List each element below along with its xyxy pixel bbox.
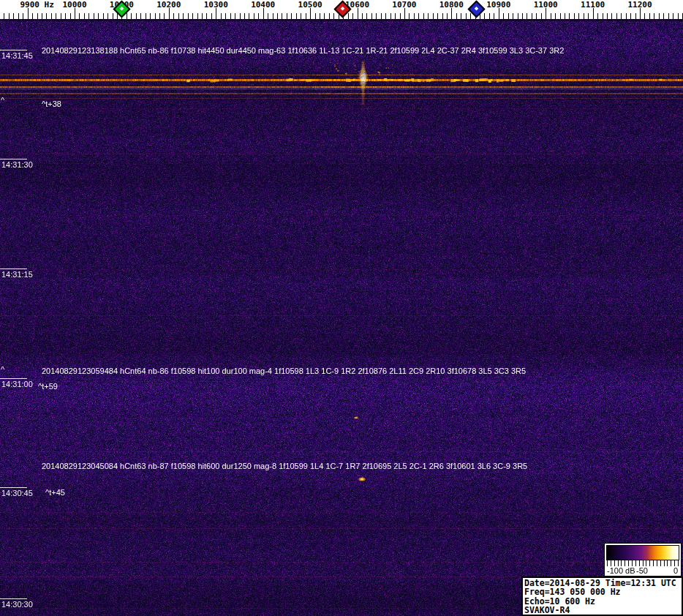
freq-tick	[28, 8, 29, 19]
freq-tick	[574, 13, 575, 19]
freq-tick	[107, 13, 108, 19]
freq-tick	[37, 13, 38, 19]
freq-tick	[320, 13, 320, 19]
freq-tick	[235, 13, 235, 19]
freq-tick	[206, 13, 207, 19]
freq-tick	[536, 13, 537, 19]
freq-tick	[277, 13, 278, 19]
freq-tick	[197, 13, 198, 19]
freq-tick	[268, 13, 268, 19]
freq-tick	[240, 13, 241, 19]
freq-tick	[518, 13, 518, 19]
freq-tick	[287, 13, 287, 19]
freq-tick	[88, 13, 89, 19]
freq-tick	[371, 13, 372, 19]
freq-tick	[103, 13, 104, 19]
freq-tick	[508, 13, 509, 19]
freq-tick	[635, 13, 636, 19]
freq-tick	[230, 13, 231, 19]
freq-tick	[499, 8, 499, 19]
freq-tick	[254, 13, 254, 19]
freq-tick	[640, 8, 641, 19]
freq-tick	[607, 13, 608, 19]
marker-center-dot	[120, 7, 124, 11]
freq-tick	[451, 8, 452, 19]
freq-tick	[400, 13, 401, 19]
colorbar-mid-label: -50	[631, 566, 653, 575]
freq-tick	[324, 13, 325, 19]
freq-tick	[306, 13, 306, 19]
freq-tick	[61, 13, 61, 19]
freq-tick	[470, 13, 471, 19]
freq-tick	[569, 13, 570, 19]
freq-tick	[192, 13, 193, 19]
db-colorbar: -100 dB -50 0	[604, 543, 682, 576]
freq-tick	[348, 13, 349, 19]
freq-tick	[329, 13, 330, 19]
freq-tick	[395, 13, 396, 19]
freq-tick	[678, 13, 679, 19]
freq-tick	[333, 13, 334, 19]
colorbar-tick	[614, 560, 615, 566]
freq-tick	[668, 13, 669, 19]
freq-tick	[178, 13, 179, 19]
freq-tick	[127, 13, 127, 19]
freq-tick	[456, 13, 457, 19]
freq-tick	[46, 13, 47, 19]
freq-tick	[551, 13, 551, 19]
freq-tick	[565, 13, 565, 19]
freq-tick	[494, 13, 494, 19]
colorbar-tick	[628, 560, 629, 566]
freq-tick	[94, 13, 94, 19]
freq-tick	[42, 13, 42, 19]
freq-tick	[32, 13, 33, 19]
freq-tick	[140, 13, 141, 19]
freq-tick	[18, 13, 19, 19]
freq-tick	[513, 13, 513, 19]
freq-tick	[9, 13, 10, 19]
freq-tick	[315, 13, 316, 19]
freq-tick	[263, 8, 264, 19]
frequency-ruler: 9900 Hz100001010010200103001040010500106…	[0, 0, 683, 19]
freq-tick	[423, 13, 424, 19]
freq-tick	[362, 13, 363, 19]
station-info-box: Date=2014-08-29 Time=12:31 UTC Freq=143 …	[521, 576, 683, 616]
freq-tick	[649, 13, 650, 19]
freq-tick	[84, 13, 85, 19]
freq-tick	[376, 13, 377, 19]
freq-tick	[673, 13, 673, 19]
colorbar-tick	[664, 560, 665, 566]
freq-tick	[621, 13, 622, 19]
freq-tick	[560, 13, 561, 19]
freq-tick	[183, 13, 184, 19]
freq-tick	[404, 8, 405, 19]
freq-tick	[366, 13, 367, 19]
freq-tick	[484, 13, 485, 19]
freq-tick	[211, 13, 212, 19]
freq-tick	[65, 13, 66, 19]
freq-tick	[532, 13, 532, 19]
freq-tick	[546, 8, 546, 19]
freq-tick	[414, 13, 415, 19]
freq-tick	[221, 13, 222, 19]
freq-tick	[131, 13, 132, 19]
freq-tick	[644, 13, 645, 19]
freq-tick	[503, 13, 504, 19]
freq-tick	[352, 13, 353, 19]
freq-tick	[301, 13, 301, 19]
freq-tick	[136, 13, 137, 19]
freq-tick	[155, 13, 156, 19]
freq-tick	[4, 13, 4, 19]
freq-tick	[541, 13, 542, 19]
freq-tick	[310, 8, 311, 19]
freq-tick	[390, 13, 391, 19]
spectrogram-canvas	[0, 19, 683, 616]
colorbar-tick	[632, 560, 633, 566]
freq-tick	[555, 13, 556, 19]
info-station-name: SVAKOV-R4	[524, 606, 680, 615]
colorbar-tick	[646, 560, 646, 566]
freq-tick	[663, 13, 664, 19]
freq-tick	[244, 13, 245, 19]
freq-tick	[51, 13, 52, 19]
colorbar-tick	[621, 560, 622, 566]
